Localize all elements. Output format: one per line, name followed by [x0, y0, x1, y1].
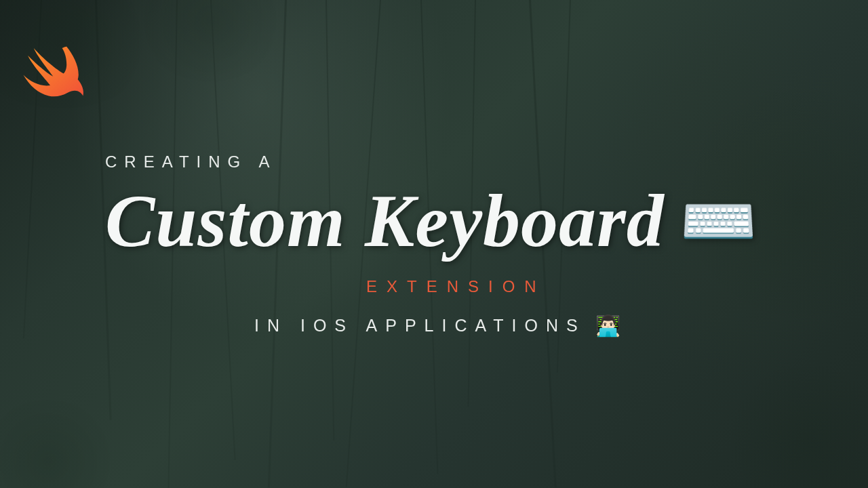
keyboard-icon: ⌨️ [679, 190, 757, 252]
technologist-icon: 👨🏻‍💻 [595, 314, 620, 338]
title-block: Creating a Custom Keyboard ⌨️ Extension … [105, 152, 827, 338]
title-line-2: Custom Keyboard [105, 184, 665, 258]
swift-logo-icon [20, 41, 95, 118]
title-line-3: Extension [366, 277, 827, 296]
title-line-1: Creating a [105, 152, 827, 171]
title-line-2-wrap: Custom Keyboard ⌨️ [105, 184, 827, 258]
title-line-4-wrap: In iOS Applications 👨🏻‍💻 [254, 314, 827, 338]
title-line-4: In iOS Applications [254, 316, 586, 336]
